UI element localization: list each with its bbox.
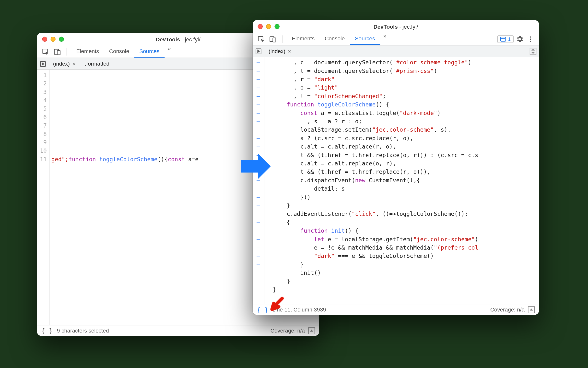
inspect-icon[interactable] [40, 46, 50, 57]
tab-elements[interactable]: Elements [71, 46, 104, 58]
status-bar: { } Line 11, Column 3939 Coverage: n/a [253, 304, 539, 315]
maximize-icon[interactable] [59, 37, 64, 42]
file-tab-label: :formatted [85, 61, 109, 67]
tabs-overflow-icon[interactable]: » [380, 33, 390, 45]
pretty-print-button[interactable]: { } [41, 327, 53, 334]
close-icon[interactable] [258, 24, 263, 29]
tab-sources[interactable]: Sources [134, 46, 165, 58]
issues-badge[interactable]: 1 [497, 35, 514, 43]
file-tab-bar: (index) × [253, 46, 539, 57]
navigator-icon[interactable] [254, 47, 263, 55]
issues-icon [500, 36, 506, 42]
close-tab-icon[interactable]: × [72, 61, 75, 67]
minimize-icon[interactable] [266, 24, 271, 29]
window-title: DevTools - jec.fyi/ [156, 36, 200, 42]
toggle-drawer-icon[interactable] [528, 306, 535, 313]
svg-rect-2 [57, 50, 60, 55]
minimize-icon[interactable] [50, 37, 56, 42]
close-tab-icon[interactable]: × [288, 48, 291, 54]
toggle-drawer-icon[interactable] [308, 327, 315, 334]
tab-console[interactable]: Console [320, 33, 350, 45]
file-tab-label: (index) [269, 48, 285, 54]
svg-point-10 [530, 40, 531, 42]
inspect-icon[interactable] [256, 34, 266, 44]
device-icon[interactable] [268, 34, 278, 44]
svg-point-8 [530, 36, 531, 37]
gear-icon[interactable] [515, 34, 525, 44]
maximize-icon[interactable] [274, 24, 280, 29]
arrow-blue-icon [239, 151, 273, 181]
coverage-label: Coverage: n/a [270, 327, 305, 334]
tabs-overflow-icon[interactable]: » [165, 46, 174, 58]
file-tab-index[interactable]: (index) × [265, 46, 294, 57]
main-toolbar: Elements Console Sources » 1 [253, 33, 539, 46]
scroll-toggle-icon[interactable] [530, 48, 537, 55]
file-tab-label: (index) [53, 61, 70, 67]
svg-point-9 [530, 38, 531, 40]
arrow-red-icon [270, 295, 286, 312]
code-editor-right[interactable]: – – – – – – – – – – – – – – – – – – – – … [253, 57, 539, 304]
tab-elements[interactable]: Elements [287, 33, 320, 45]
traffic-lights [258, 24, 280, 29]
issues-count: 1 [508, 36, 511, 42]
close-icon[interactable] [42, 37, 47, 42]
devtools-window-right: DevTools - jec.fyi/ Elements Console Sou… [253, 20, 539, 315]
status-text: 9 characters selected [57, 327, 109, 334]
device-icon[interactable] [52, 46, 62, 57]
navigator-icon[interactable] [39, 59, 47, 68]
panel-tabs: Elements Console Sources » [287, 33, 390, 45]
window-title: DevTools - jec.fyi/ [374, 23, 418, 30]
file-tab-formatted[interactable]: :formatted [82, 58, 113, 69]
code-content[interactable]: , c = document.querySelector("#color-sch… [264, 57, 539, 304]
titlebar: DevTools - jec.fyi/ [253, 20, 539, 33]
line-gutter: 1 2 3 4 5 6 7 8 9 10 11 [37, 70, 50, 325]
file-tab-index[interactable]: (index) × [50, 58, 79, 69]
coverage-label: Coverage: n/a [490, 306, 525, 313]
kebab-icon[interactable] [526, 34, 536, 44]
traffic-lights [42, 37, 64, 42]
panel-tabs: Elements Console Sources » [71, 46, 174, 58]
pretty-print-button[interactable]: { } [257, 306, 268, 313]
svg-rect-6 [273, 38, 276, 42]
status-bar: { } 9 characters selected Coverage: n/a [37, 325, 319, 336]
tab-console[interactable]: Console [104, 46, 134, 58]
tab-sources[interactable]: Sources [350, 33, 380, 45]
svg-rect-7 [501, 37, 506, 41]
